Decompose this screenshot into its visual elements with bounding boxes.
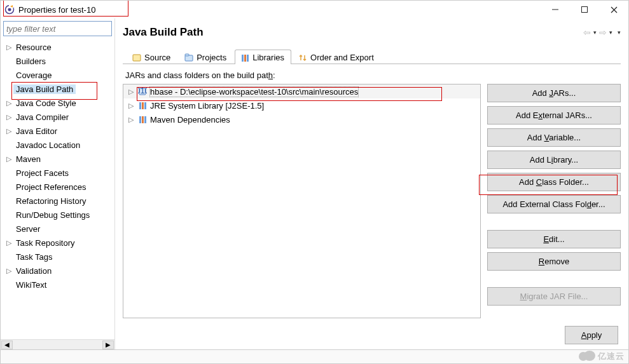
tree-item-label: Run/Debug Settings [13, 210, 92, 220]
tab-projects[interactable]: Projects [179, 50, 233, 64]
tab-description: JARs and class folders on the build path… [123, 64, 621, 84]
tree-item[interactable]: Coverage [1, 68, 114, 82]
nav-menu-icon[interactable]: ▾ [618, 29, 621, 36]
nav-back-icon[interactable]: ⇦ [583, 27, 591, 37]
tree-item-label: Java Compiler [13, 112, 71, 122]
tree-item-label: Java Code Style [13, 98, 79, 108]
tree-item[interactable]: ▷Java Code Style [1, 96, 114, 110]
expand-icon[interactable]: ▷ [4, 267, 13, 275]
tree-item[interactable]: Project References [1, 180, 114, 194]
library-label: JRE System Library [J2SE-1.5] [150, 101, 264, 111]
tree-item-label: Refactoring History [13, 196, 89, 206]
expand-icon[interactable]: ▷ [128, 102, 137, 110]
add-external-class-folder-button[interactable]: Add External Class Folder... [487, 195, 621, 213]
tree-item[interactable]: Run/Debug Settings [1, 208, 114, 222]
tree-item[interactable]: Java Build Path [1, 82, 114, 96]
tree-item[interactable]: Builders [1, 54, 114, 68]
tree-item[interactable]: Task Tags [1, 250, 114, 264]
tree-item-label: Java Editor [13, 126, 60, 136]
expand-icon[interactable]: ▷ [128, 116, 137, 124]
app-icon [4, 4, 15, 15]
tree-item[interactable]: ▷Task Repository [1, 236, 114, 250]
expand-icon[interactable]: ▷ [4, 155, 13, 163]
tree-item[interactable]: ▷Java Compiler [1, 110, 114, 124]
tree-item[interactable]: Refactoring History [1, 194, 114, 208]
expand-icon[interactable]: ▷ [4, 43, 13, 51]
library-label: Maven Dependencies [150, 115, 230, 125]
tree-item-label: Server [13, 224, 43, 234]
expand-icon[interactable]: ▷ [4, 113, 13, 121]
svg-rect-18 [139, 116, 141, 123]
nav-back-menu-icon[interactable]: ▾ [593, 29, 597, 36]
watermark: 亿速云 [579, 351, 625, 362]
window-title: Properties for test-10 [18, 5, 95, 15]
page-header: Java Build Path ⇦▾ ⇨▾ ▾ [123, 18, 621, 46]
tree-item[interactable]: WikiText [1, 278, 114, 292]
tree-item[interactable]: ▷Java Editor [1, 124, 114, 138]
tree-item-label: Builders [13, 57, 48, 66]
add-library-button[interactable]: Add Library... [487, 151, 621, 169]
svg-rect-16 [142, 102, 144, 109]
tree-item-label: Coverage [13, 71, 54, 80]
nav-forward-menu-icon[interactable]: ▾ [609, 29, 612, 36]
tree-item[interactable]: ▷Maven [1, 152, 114, 166]
nav-forward-icon[interactable]: ⇨ [599, 27, 607, 37]
tab-label: Projects [197, 53, 226, 62]
tree-item-label: Validation [13, 266, 54, 276]
titlebar: Properties for test-10 [1, 1, 628, 18]
maximize-button[interactable] [570, 1, 599, 18]
library-row[interactable]: ▷JRE System Library [J2SE-1.5] [123, 98, 480, 112]
add-class-folder-button[interactable]: Add Class Folder... [487, 173, 621, 191]
order-icon [298, 53, 307, 62]
edit-button[interactable]: Edit... [487, 230, 621, 248]
tree-item-label: Javadoc Location [13, 140, 83, 150]
bottom-strip [1, 349, 628, 363]
scroll-left-button[interactable]: ◀ [1, 340, 13, 349]
close-button[interactable] [599, 1, 628, 18]
tree-item[interactable]: Javadoc Location [1, 138, 114, 152]
tree-item[interactable]: Project Facets [1, 166, 114, 180]
tabbar: SourceProjectsLibrariesOrder and Export [123, 46, 621, 64]
library-row[interactable]: ▷Maven Dependencies [123, 112, 480, 126]
expand-icon[interactable]: ▷ [4, 239, 13, 247]
lib-icon [137, 101, 148, 110]
expand-icon[interactable]: ▷ [4, 99, 13, 107]
filter-box [3, 21, 112, 36]
tab-libraries[interactable]: Libraries [235, 50, 291, 64]
svg-rect-15 [139, 102, 141, 109]
svg-point-1 [8, 8, 11, 11]
button-column: Add JARs... Add External JARs... Add Var… [487, 84, 621, 318]
watermark-text: 亿速云 [598, 351, 625, 362]
main-panel: Java Build Path ⇦▾ ⇨▾ ▾ SourceProjectsLi… [115, 18, 628, 349]
remove-button[interactable]: Remove [487, 252, 621, 271]
libraries-list[interactable]: ▷010hbase - D:\eclipse-workspace\test-10… [123, 84, 481, 318]
libraries-icon [240, 53, 249, 62]
tree-item[interactable]: ▷Resource [1, 40, 114, 54]
tab-label: Source [144, 53, 170, 62]
apply-button[interactable]: Apply [565, 326, 618, 344]
tree-hscrollbar[interactable]: ◀ ▶ [1, 339, 114, 349]
svg-rect-9 [185, 54, 189, 56]
expand-icon[interactable]: ▷ [4, 127, 13, 135]
tree-item[interactable]: ▷Validation [1, 264, 114, 278]
filter-input[interactable] [4, 22, 111, 36]
tab-order-and-export[interactable]: Order and Export [293, 50, 381, 64]
minimize-button[interactable] [541, 1, 570, 18]
tree-item[interactable]: Server [1, 222, 114, 236]
svg-rect-10 [242, 55, 244, 62]
add-jars-button[interactable]: Add JARs... [487, 84, 621, 102]
add-external-jars-button[interactable]: Add External JARs... [487, 106, 621, 125]
tree-item-label: Task Repository [13, 238, 77, 248]
add-variable-button[interactable]: Add Variable... [487, 128, 621, 147]
projects-icon [184, 53, 193, 62]
expand-icon[interactable]: ▷ [128, 88, 137, 96]
category-tree[interactable]: ▷ResourceBuildersCoverageJava Build Path… [1, 39, 114, 339]
tree-item-label: Resource [13, 43, 54, 52]
source-icon [132, 53, 141, 62]
library-row[interactable]: ▷010hbase - D:\eclipse-workspace\test-10… [123, 84, 480, 98]
tree-item-label: Project Facets [13, 168, 71, 178]
svg-rect-11 [244, 55, 246, 62]
tree-item-label: Java Build Path [13, 84, 76, 94]
scroll-right-button[interactable]: ▶ [102, 340, 114, 349]
tab-source[interactable]: Source [127, 50, 177, 64]
